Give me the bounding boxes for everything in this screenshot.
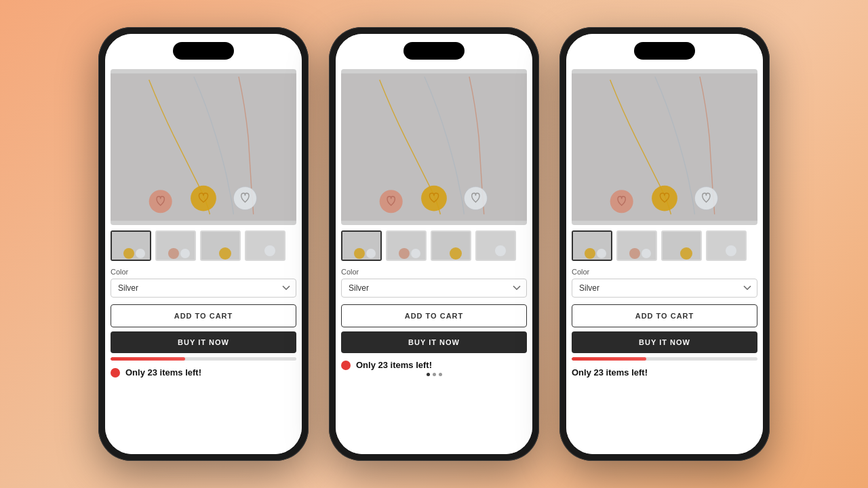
svg-point-16: [464, 187, 487, 210]
phone-1-wrapper: Color Silver Gold Rose Gold ADD TO CART …: [98, 27, 309, 461]
svg-point-8: [168, 248, 179, 259]
color-select-1[interactable]: Silver Gold Rose Gold: [111, 279, 296, 298]
stock-text-1: Only 23 items left!: [125, 367, 201, 378]
svg-point-39: [680, 247, 692, 260]
thumb-2-1[interactable]: [341, 230, 382, 261]
phone-3-screen: Color Silver Gold Rose Gold ADD TO CART …: [566, 34, 763, 454]
dot-3: [439, 373, 442, 376]
stock-section-1: Only 23 items left!: [111, 367, 296, 378]
thumb-3-2[interactable]: [616, 230, 657, 261]
dynamic-island-1: [173, 42, 234, 60]
svg-point-19: [354, 248, 365, 259]
phone-1-content: Color Silver Gold Rose Gold ADD TO CART …: [105, 34, 302, 454]
svg-point-17: [380, 190, 403, 213]
buy-now-button-1[interactable]: BUY IT NOW: [111, 331, 296, 353]
svg-point-13: [264, 245, 275, 256]
thumb-3-4[interactable]: [706, 230, 747, 261]
progress-fill-1: [111, 357, 185, 361]
dot-1: [427, 373, 430, 376]
thumb-2-3[interactable]: [431, 230, 471, 261]
color-section-2: Color Silver Gold Rose Gold: [341, 268, 527, 298]
progress-fill-3: [572, 357, 646, 361]
buy-now-button-3[interactable]: BUY IT NOW: [572, 331, 757, 353]
phone-2: Color Silver Gold Rose Gold ADD TO CART …: [329, 27, 539, 461]
phone-1-screen: Color Silver Gold Rose Gold ADD TO CART …: [105, 34, 302, 454]
thumbnails-2: [341, 230, 527, 261]
phone-3: Color Silver Gold Rose Gold ADD TO CART …: [559, 27, 770, 461]
svg-point-30: [694, 187, 717, 210]
svg-rect-40: [707, 232, 747, 261]
thumb-1-2[interactable]: [155, 230, 196, 261]
progress-bar-1: [111, 357, 296, 361]
thumb-2-4[interactable]: [475, 230, 516, 261]
dots-indicator-2: [341, 373, 527, 376]
svg-point-6: [136, 249, 145, 258]
svg-point-37: [642, 249, 651, 258]
phone-2-wrapper: Color Silver Gold Rose Gold ADD TO CART …: [329, 27, 539, 461]
svg-point-2: [233, 187, 256, 210]
add-to-cart-button-1[interactable]: ADD TO CART: [111, 304, 296, 327]
thumb-2-2[interactable]: [386, 230, 427, 261]
product-image-1: [111, 69, 296, 225]
product-image-2: [341, 69, 527, 225]
dot-2: [433, 373, 436, 376]
svg-rect-26: [477, 232, 516, 261]
svg-point-27: [495, 245, 506, 256]
svg-point-25: [450, 247, 462, 260]
svg-point-29: [652, 186, 677, 211]
phone-3-content: Color Silver Gold Rose Gold ADD TO CART …: [566, 34, 763, 454]
thumb-1-3[interactable]: [200, 230, 241, 261]
color-label-2: Color: [341, 268, 527, 276]
svg-point-23: [411, 249, 420, 258]
add-to-cart-button-2[interactable]: ADD TO CART: [341, 304, 527, 327]
color-label-1: Color: [111, 268, 296, 276]
product-image-3: [572, 69, 757, 225]
svg-rect-12: [246, 232, 285, 261]
svg-point-9: [180, 249, 190, 258]
stock-text-2: Only 23 items left!: [356, 360, 432, 370]
thumb-3-3[interactable]: [661, 230, 702, 261]
svg-point-41: [726, 245, 736, 256]
stock-text-3: Only 23 items left!: [572, 367, 648, 378]
svg-point-15: [421, 186, 447, 211]
phone-2-screen: Color Silver Gold Rose Gold ADD TO CART …: [336, 34, 532, 454]
buy-now-button-2[interactable]: BUY IT NOW: [341, 331, 527, 353]
stock-section-3: Only 23 items left!: [572, 367, 757, 378]
svg-point-20: [366, 249, 376, 258]
svg-point-22: [399, 248, 410, 259]
color-section-3: Color Silver Gold Rose Gold: [572, 268, 757, 298]
progress-bar-3: [572, 357, 757, 361]
phone-2-content: Color Silver Gold Rose Gold ADD TO CART …: [336, 34, 532, 454]
svg-point-11: [219, 247, 231, 260]
svg-point-3: [149, 190, 172, 213]
thumbnails-3: [572, 230, 757, 261]
dynamic-island-2: [403, 42, 465, 60]
color-select-3[interactable]: Silver Gold Rose Gold: [572, 279, 757, 298]
svg-point-33: [585, 248, 595, 259]
thumb-3-1[interactable]: [572, 230, 612, 261]
add-to-cart-button-3[interactable]: ADD TO CART: [572, 304, 757, 327]
svg-point-34: [597, 249, 606, 258]
color-select-2[interactable]: Silver Gold Rose Gold: [341, 279, 527, 298]
svg-point-36: [629, 248, 640, 259]
phone-3-wrapper: Color Silver Gold Rose Gold ADD TO CART …: [559, 27, 770, 461]
svg-point-1: [191, 186, 216, 211]
color-label-3: Color: [572, 268, 757, 276]
phone-1: Color Silver Gold Rose Gold ADD TO CART …: [98, 27, 309, 461]
stock-section-2: Only 23 items left!: [341, 360, 527, 370]
color-section-1: Color Silver Gold Rose Gold: [111, 268, 296, 298]
thumb-1-4[interactable]: [245, 230, 285, 261]
stock-dot-2: [341, 361, 351, 370]
thumb-1-1[interactable]: [111, 230, 151, 261]
dynamic-island-3: [634, 42, 695, 60]
svg-point-5: [123, 248, 134, 259]
stock-dot-1: [111, 368, 120, 378]
thumbnails-1: [111, 230, 296, 261]
svg-point-31: [610, 190, 633, 213]
